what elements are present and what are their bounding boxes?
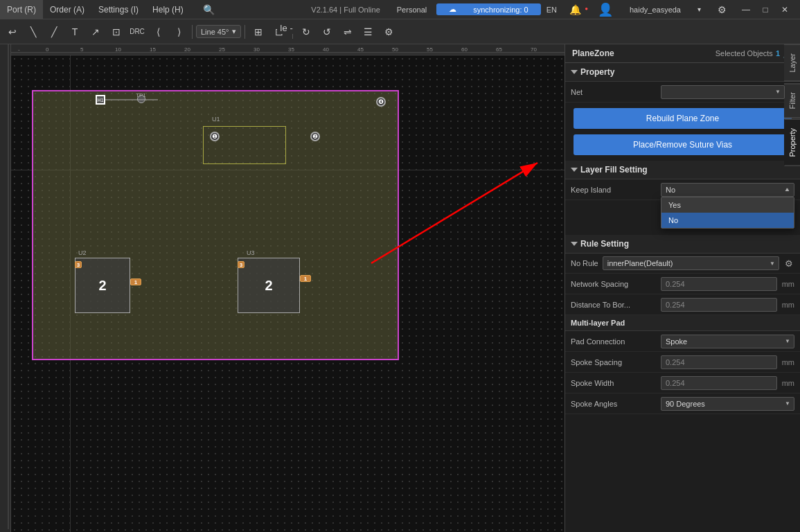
ruler-top: - 0 5 10 15 20 25 30 35 40 45 50 55 60 6… — [0, 44, 565, 55]
h1-box: H1 — [96, 95, 105, 105]
measure-tool[interactable]: ⊡ — [107, 22, 126, 42]
maximize-button[interactable]: □ — [756, 0, 775, 19]
property-section-label: Property — [580, 67, 614, 77]
settings-icon[interactable]: ⚙ — [711, 4, 734, 15]
property-tab[interactable]: Property — [784, 119, 800, 166]
spoke-width-value[interactable]: mm — [661, 376, 794, 390]
u2-ic: 2 — [75, 258, 130, 313]
no-rule-label: No Rule — [571, 259, 598, 267]
drc-button[interactable]: DRC — [127, 22, 147, 42]
angle-tool[interactable]: ╱ — [44, 22, 64, 42]
svg-text:60: 60 — [461, 46, 468, 53]
keep-island-display[interactable]: No ▲ — [661, 183, 794, 197]
align-button[interactable]: ☰ — [359, 22, 378, 42]
pad-connection-value[interactable]: Spoke — [661, 335, 794, 348]
user-chevron[interactable]: ▾ — [691, 6, 708, 13]
svg-text:5: 5 — [80, 46, 84, 53]
rule-triangle — [571, 242, 578, 246]
filter-tab[interactable]: Filter — [784, 83, 800, 118]
via-1: ❶ — [210, 132, 220, 141]
spoke-spacing-input[interactable] — [661, 355, 777, 369]
menu-port[interactable]: Port (R) — [0, 0, 43, 19]
svg-text:30: 30 — [254, 46, 260, 53]
keep-island-row: Keep Island No ▲ Yes No — [565, 179, 800, 200]
menu-settings[interactable]: Settings (I) — [91, 0, 145, 19]
suture-vias-button[interactable]: Place/Remove Suture Vias — [574, 134, 792, 155]
spoke-width-label: Spoke Width — [571, 379, 661, 387]
spoke-width-input[interactable] — [661, 376, 777, 390]
pad-connection-select-wrapper[interactable]: Spoke — [661, 335, 794, 348]
grid-settings-button[interactable]: ⚙ — [380, 22, 399, 42]
pad-connection-select[interactable]: Spoke — [661, 335, 794, 348]
line-dropdown[interactable]: Line 45° ▾ — [196, 25, 241, 38]
net-select-wrapper[interactable] — [661, 85, 785, 99]
search-icon[interactable]: 🔍 — [196, 0, 222, 19]
user-label[interactable]: haidy_easyeda — [623, 6, 688, 14]
distance-border-row: Distance To Bor... mm — [565, 294, 800, 315]
network-spacing-label: Network Spacing — [571, 280, 661, 288]
u3-pad3-top: 3 — [238, 261, 245, 268]
arrow-tool[interactable]: ↗ — [86, 22, 105, 42]
notification-icon[interactable]: 🔔● — [562, 4, 588, 15]
rebuild-plane-button[interactable]: Rebuild Plane Zone — [574, 108, 792, 129]
text-tool[interactable]: T — [65, 22, 85, 42]
menu-help[interactable]: Help (H) — [145, 0, 190, 19]
spoke-spacing-row: Spoke Spacing mm — [565, 352, 800, 373]
distance-border-value[interactable]: mm — [661, 298, 794, 312]
u3-pad1: 1 — [300, 275, 311, 282]
u2-pad1: 1 — [130, 278, 141, 285]
mirror-button[interactable]: ⇌ — [338, 22, 357, 42]
rule-gear-icon[interactable]: ⚙ — [783, 258, 794, 269]
avatar-icon[interactable]: 👤 — [591, 2, 620, 17]
distance-border-unit: mm — [782, 301, 794, 309]
personal-dropdown[interactable]: Personal — [390, 6, 434, 14]
selected-count: 1 — [776, 49, 780, 57]
keep-island-yes[interactable]: Yes — [661, 197, 794, 213]
line-dropdown-arrow: ▾ — [232, 27, 236, 36]
layer-tab[interactable]: Layer — [784, 44, 800, 82]
svg-text:50: 50 — [392, 46, 398, 53]
spoke-angles-select-wrapper[interactable]: 90 Degrees — [661, 397, 794, 411]
keep-island-select-wrapper[interactable]: No ▲ Yes No — [661, 183, 794, 197]
pcb-board[interactable]: 2 1 3 2 1 3 H1 TP1 U1 U2 — [32, 90, 399, 360]
prev-tool[interactable]: ⟨ — [148, 22, 168, 42]
spoke-angles-label: Spoke Angles — [571, 400, 661, 408]
spoke-angles-select[interactable]: 90 Degrees — [661, 397, 794, 411]
pad-connection-row: Pad Connection Spoke — [565, 331, 800, 352]
sync-button[interactable]: ☁ synchronizing: 0 — [436, 3, 541, 15]
property-section-header[interactable]: Property — [565, 63, 800, 82]
distance-border-input[interactable] — [661, 298, 777, 312]
no-rule-select[interactable]: innerPlane(Default) — [603, 256, 779, 270]
network-spacing-value[interactable]: mm — [661, 277, 794, 291]
ruler-left — [0, 44, 11, 532]
layer-fill-section-header[interactable]: Layer Fill Setting — [565, 161, 800, 179]
network-spacing-input[interactable] — [661, 277, 777, 291]
canvas-area[interactable]: - 0 5 10 15 20 25 30 35 40 45 50 55 60 6… — [0, 44, 565, 532]
via-4: ❹ — [376, 97, 386, 107]
line-tool[interactable]: ╲ — [24, 22, 43, 42]
close-button[interactable]: ✕ — [775, 0, 794, 19]
undo-button[interactable]: ↩ — [3, 22, 22, 42]
menu-bar: Port (R) Order (A) Settings (I) Help (H)… — [0, 0, 800, 19]
window-controls: — □ ✕ — [736, 0, 794, 19]
svg-text:-: - — [18, 46, 20, 53]
pcb-canvas[interactable]: 2 1 3 2 1 3 H1 TP1 U1 U2 — [11, 55, 565, 532]
net-value[interactable]: ➤ — [661, 85, 794, 99]
spoke-angles-value[interactable]: 90 Degrees — [661, 397, 794, 411]
lang-button[interactable]: EN — [544, 6, 560, 14]
separator-1 — [192, 25, 193, 39]
flip-h-button[interactable]: ⊞ — [249, 22, 268, 42]
keep-island-value[interactable]: No ▲ Yes No — [661, 183, 794, 197]
spoke-spacing-value[interactable]: mm — [661, 355, 794, 369]
minimize-button[interactable]: — — [736, 0, 756, 19]
no-rule-select-wrapper[interactable]: innerPlane(Default) — [603, 256, 779, 270]
next-tool[interactable]: ⟩ — [169, 22, 188, 42]
menu-order[interactable]: Order (A) — [43, 0, 91, 19]
rule-section-header[interactable]: Rule Setting — [565, 235, 800, 254]
rotate-ccw-button[interactable]: ↺ — [317, 22, 337, 42]
keep-island-no[interactable]: No — [661, 213, 794, 228]
net-select[interactable] — [661, 85, 785, 99]
rotate-cw-button[interactable]: ↻ — [296, 22, 316, 42]
pad-connection-label: Pad Connection — [571, 337, 661, 346]
no-rule-row: No Rule innerPlane(Default) ⚙ — [565, 254, 800, 274]
